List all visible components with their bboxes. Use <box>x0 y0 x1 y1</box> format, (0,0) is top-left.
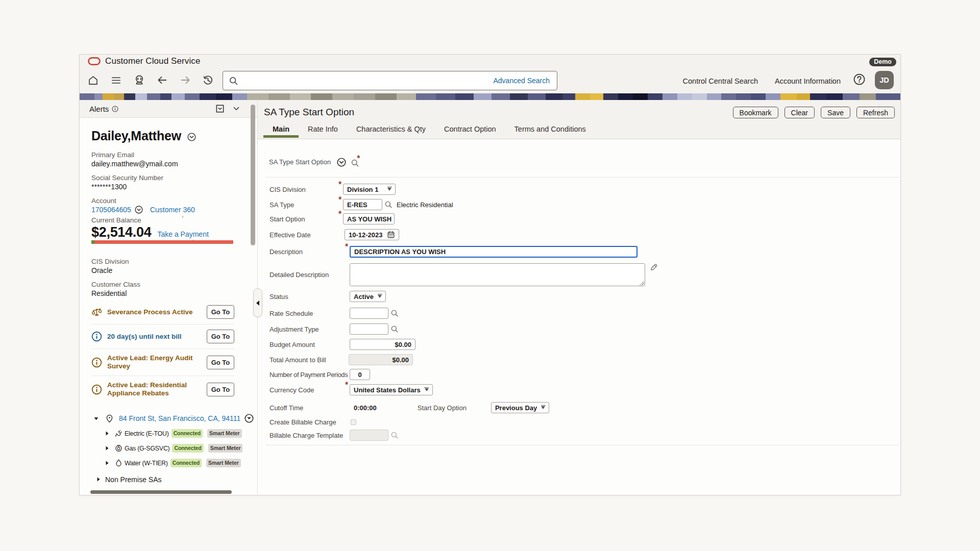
dropdown-arrow-icon <box>425 388 429 391</box>
top-links: Control Central Search Account Informati… <box>683 68 841 93</box>
total-amount-input: $0.00 <box>349 354 413 365</box>
tab-characteristics-qty[interactable]: Characteristics & Qty <box>347 122 435 139</box>
take-a-payment-link[interactable]: Take a Payment <box>157 230 208 238</box>
alert-row-energy-audit: Active Lead: Energy Audit Survey Go To <box>91 348 234 375</box>
section-menu-button[interactable] <box>337 158 346 167</box>
collapse-alerts-button[interactable] <box>232 105 240 113</box>
service-row-water: Water (W-TIER) Connected Smart Meter <box>91 456 257 470</box>
tab-contract-option[interactable]: Contract Option <box>435 122 505 139</box>
alert-row-next-bill: 20 day(s) until next bill Go To <box>91 324 234 348</box>
refresh-button[interactable]: Refresh <box>856 107 895 118</box>
detailed-description-textarea[interactable] <box>350 263 645 286</box>
sidebar-horizontal-scrollbar[interactable] <box>80 490 257 494</box>
required-asterisk: * <box>338 197 341 203</box>
clear-button[interactable]: Clear <box>785 107 815 118</box>
required-asterisk: * <box>357 156 360 161</box>
input-value: E-RES <box>347 201 368 209</box>
tree-collapsed-icon[interactable] <box>105 446 109 450</box>
search-input[interactable] <box>241 71 493 90</box>
payment-periods-input[interactable]: 0 <box>350 369 370 380</box>
home-icon <box>88 75 99 86</box>
tab-main[interactable]: Main <box>263 122 299 139</box>
tab-terms-conditions[interactable]: Terms and Conditions <box>505 122 595 139</box>
menu-button[interactable] <box>105 71 128 89</box>
budget-amount-input[interactable]: $0.00 <box>350 339 415 350</box>
service-row-gas: Gas (G-SGSVC) Connected Smart Meter <box>91 441 257 456</box>
info-icon <box>91 384 102 395</box>
save-button[interactable]: Save <box>821 107 850 118</box>
tab-rate-info[interactable]: Rate Info <box>299 122 347 139</box>
bookmark-button[interactable]: Bookmark <box>733 107 778 118</box>
account-menu-button[interactable] <box>135 206 143 214</box>
field-row-cutoff-time: Cutoff Time 0:00:00 Start Day Option Pre… <box>270 402 900 413</box>
dropdown-arrow-icon <box>541 406 545 409</box>
alert-text: Active Lead: Residential Appliance Rebat… <box>107 381 203 397</box>
search-icon[interactable] <box>390 309 399 317</box>
customer-360-link[interactable]: Customer 360 <box>150 206 195 214</box>
go-to-button[interactable]: Go To <box>207 305 234 319</box>
field-label: Rate Schedule <box>270 310 343 317</box>
account-number-link[interactable]: 1705064605 <box>91 206 131 214</box>
select-value: Division 1 <box>347 186 378 193</box>
tree-collapsed-icon[interactable] <box>96 477 101 482</box>
connected-badge: Connected <box>172 444 203 453</box>
circle-chevron-down-icon <box>135 206 143 214</box>
primary-email-value: dailey.matthew@ymail.com <box>91 160 257 168</box>
effective-date-input[interactable]: 10-12-2023 <box>345 229 399 240</box>
avatar[interactable]: JD <box>875 71 894 89</box>
tree-collapsed-icon[interactable] <box>105 461 109 465</box>
sa-type-input[interactable]: E-RES <box>343 199 382 210</box>
info-icon <box>91 357 102 368</box>
contact-360-button[interactable] <box>128 71 151 89</box>
premise-address-row: 84 Front St, San Francisco, CA, 94111 <box>91 411 257 426</box>
dock-panel-button[interactable] <box>215 104 225 113</box>
required-asterisk: * <box>338 212 341 217</box>
start-option-input[interactable]: AS YOU WISH <box>343 213 395 224</box>
scrollbar-thumb[interactable] <box>90 490 232 494</box>
customer-name-menu-button[interactable] <box>187 133 196 141</box>
start-day-option-select[interactable]: Previous Day <box>491 402 549 413</box>
help-button[interactable] <box>853 73 865 87</box>
tree-expanded-icon[interactable] <box>94 416 99 421</box>
go-to-button[interactable]: Go To <box>207 356 234 369</box>
control-central-search-link[interactable]: Control Central Search <box>683 77 758 85</box>
status-select[interactable]: Active <box>350 291 386 302</box>
create-billable-charge-checkbox[interactable] <box>351 419 356 425</box>
rate-schedule-input[interactable] <box>350 308 388 319</box>
pencil-icon[interactable] <box>650 263 658 271</box>
search-icon[interactable] <box>390 325 399 333</box>
section-label: SA Type Start Option <box>269 158 331 166</box>
smart-meter-badge: Smart Meter <box>208 444 243 453</box>
scrollbar-thumb[interactable] <box>251 105 255 245</box>
customer-name: Dailey,Matthew <box>91 129 181 143</box>
resize-grip[interactable] <box>640 281 644 285</box>
search-icon <box>229 76 238 86</box>
go-to-button[interactable]: Go To <box>207 330 234 343</box>
search-icon[interactable] <box>384 201 393 209</box>
account-label: Account <box>91 197 257 205</box>
field-label: Cutoff Time <box>270 404 343 412</box>
account-information-link[interactable]: Account Information <box>775 77 841 85</box>
sidebar-collapse-handle[interactable] <box>253 288 262 317</box>
required-asterisk: * <box>345 383 348 388</box>
required-asterisk: * <box>338 182 341 187</box>
premise-address-link[interactable]: 84 Front St, San Francisco, CA, 94111 <box>119 414 240 422</box>
forward-button[interactable] <box>174 71 197 89</box>
demo-badge: Demo <box>869 58 896 66</box>
calendar-icon[interactable] <box>387 231 395 239</box>
toolbar-icons <box>82 71 219 89</box>
home-button[interactable] <box>82 71 105 89</box>
start-day-option-label: Start Day Option <box>418 404 467 412</box>
tree-collapsed-icon[interactable] <box>105 431 109 436</box>
history-button[interactable] <box>197 71 219 89</box>
field-row-rate-schedule: Rate Schedule <box>270 308 900 319</box>
currency-code-select[interactable]: United States Dollars <box>350 384 433 395</box>
go-to-button[interactable]: Go To <box>207 383 234 396</box>
alerts-sidebar: Alerts Dailey,Matthew Prim <box>80 100 258 495</box>
back-button[interactable] <box>151 71 174 89</box>
advanced-search-link[interactable]: Advanced Search <box>493 77 550 85</box>
field-label: Create Billable Charge <box>270 418 343 426</box>
description-input[interactable]: DESCRIPTION AS YOU WISH <box>350 246 638 258</box>
cis-division-select[interactable]: Division 1 <box>343 184 396 195</box>
adjustment-type-input[interactable] <box>350 323 388 335</box>
